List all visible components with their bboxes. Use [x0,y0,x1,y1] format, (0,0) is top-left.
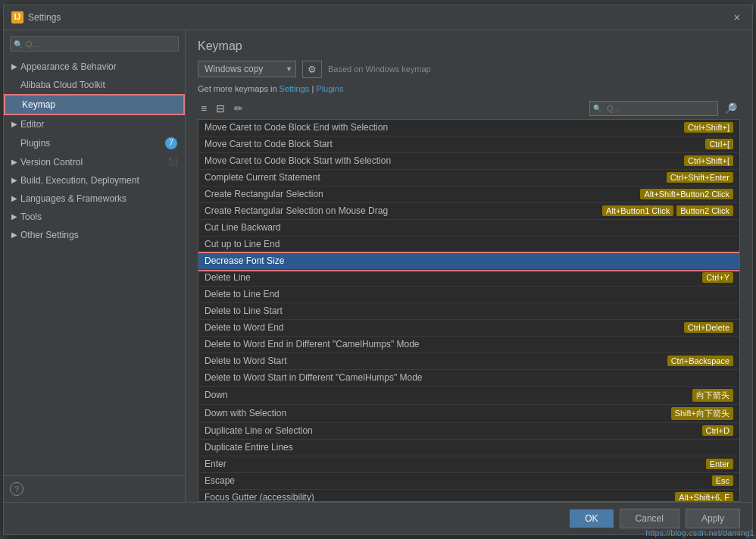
get-more-text: Get more keymaps in [198,84,280,93]
sidebar-item-label: Version Control [20,157,83,168]
shortcut-badge: Alt+Shift+Button2 Click [640,189,733,199]
sidebar-item-alibaba[interactable]: ▶ Alibaba Cloud Toolkit [4,76,185,94]
get-more-keymaps: Get more keymaps in Settings | Plugins [198,84,740,93]
table-row[interactable]: Delete to Word End Ctrl+Delete [198,320,739,337]
edit-button[interactable]: ✏ [231,101,246,116]
shortcut-badge: Enter [706,459,733,469]
keymap-entry-name: Move Caret to Code Block End with Select… [205,122,681,133]
keymap-entry-name: Delete to Word End in Different "CamelHu… [205,339,733,349]
based-on-label: Based on Windows keymap [328,64,431,74]
plugins-link[interactable]: Plugins [316,84,343,93]
table-row[interactable]: Enter Enter [198,456,739,473]
shortcut-badge: Ctrl+Shift+Enter [667,172,733,183]
sidebar-item-label: Appearance & Behavior [20,61,117,72]
sidebar-item-label: Other Settings [20,230,79,240]
keymap-entry-name: Cut Line Backward [205,222,733,233]
keymap-entry-name: Decrease Font Size [205,255,733,266]
keymap-list[interactable]: Move Caret to Code Block End with Select… [198,119,740,502]
table-row[interactable]: Escape Esc [198,473,739,490]
keymap-entry-name: Complete Current Statement [205,172,664,183]
shortcut-badge: Alt+Button1 Click [602,205,673,216]
keymap-entry-name: Escape [205,475,709,486]
apply-button[interactable]: Apply [686,509,740,528]
arrow-icon: ▶ [11,212,17,221]
shortcut-badge: Alt+Shift+6, F [675,492,733,502]
sidebar-item-label: Tools [20,212,42,222]
table-row[interactable]: Create Rectangular Selection on Mouse Dr… [198,203,739,220]
table-row-highlighted[interactable]: Decrease Font Size [198,253,739,270]
sidebar-item-label: Build, Execution, Deployment [20,175,139,186]
sidebar-item-label: Alibaba Cloud Toolkit [20,80,105,90]
table-row[interactable]: Down with Selection Shift+向下箭头 [198,405,739,423]
sidebar-item-editor[interactable]: ▶ Editor [4,115,185,133]
collapse-all-button[interactable]: ⊟ [213,101,228,116]
search-area: 🔍 🔎 [589,101,740,116]
shortcut-badge: Ctrl+Shift+[ [684,155,733,166]
help-button[interactable]: ? [10,482,23,496]
keymap-entry-name: Create Rectangular Selection on Mouse Dr… [205,205,599,216]
arrow-icon: ▶ [11,120,17,128]
table-row[interactable]: Down 向下箭头 [198,387,739,405]
sidebar-items-list: ▶ Appearance & Behavior ▶ Alibaba Cloud … [4,58,185,475]
table-row[interactable]: Focus Gutter (accessibility) Alt+Shift+6… [198,490,739,502]
table-row[interactable]: Delete to Word Start Ctrl+Backspace [198,353,739,370]
sidebar-item-plugins[interactable]: ▶ Plugins 7 [4,133,185,153]
sidebar-item-label: Keymap [22,99,55,110]
sidebar-bottom: ? [4,475,185,502]
keymap-entry-name: Move Caret to Code Block Start with Sele… [205,155,681,166]
sidebar-item-keymap[interactable]: ▶ Keymap [4,94,185,115]
keymap-gear-button[interactable]: ⚙ [302,61,322,78]
keymap-entry-name: Delete to Word Start [205,356,664,366]
table-row[interactable]: Delete to Line Start [198,303,739,320]
keymap-entry-name: Down with Selection [205,408,668,418]
sidebar-item-appearance[interactable]: ▶ Appearance & Behavior [4,58,185,76]
sidebar-item-build[interactable]: ▶ Build, Execution, Deployment [4,171,185,190]
sidebar-item-version-control[interactable]: ▶ Version Control ⬛ [4,153,185,171]
keymap-entry-name: Create Rectangular Selection [205,189,637,199]
table-row[interactable]: Duplicate Line or Selection Ctrl+D [198,423,739,440]
search-wrapper: 🔍 [589,101,718,116]
settings-link[interactable]: Settings [280,84,310,93]
sidebar-item-label: Plugins [20,138,50,149]
app-icon: IJ [11,11,23,24]
close-button[interactable]: × [729,10,745,25]
table-row[interactable]: Delete to Line End [198,287,739,303]
table-row[interactable]: Cut up to Line End [198,237,739,253]
keymap-dropdown[interactable]: Windows copy Default Mac OS X Eclipse [198,61,296,77]
sidebar-search-input[interactable] [10,36,179,52]
table-row[interactable]: Move Caret to Code Block Start Ctrl+[ [198,136,739,153]
shortcut-badge: Shift+向下箭头 [671,407,733,420]
keymap-entry-name: Delete to Line Start [205,306,733,316]
panel-title: Keymap [198,39,740,53]
table-row[interactable]: Delete to Word End in Different "CamelHu… [198,337,739,353]
keymap-dropdown-wrapper: Windows copy Default Mac OS X Eclipse ▼ [198,61,296,77]
sidebar-search-area: 🔍 [4,30,185,58]
shortcut-badge: Ctrl+D [702,425,733,436]
shortcut-badge: Ctrl+Y [702,272,733,283]
shortcut-badge: Ctrl+[ [705,139,733,149]
magnify-button[interactable]: 🔎 [721,101,740,116]
table-row[interactable]: Create Rectangular Selection Alt+Shift+B… [198,186,739,203]
table-row[interactable]: Delete Line Ctrl+Y [198,270,739,287]
shortcut-badge: Esc [712,475,733,486]
table-row[interactable]: Cut Line Backward [198,220,739,237]
table-row[interactable]: Duplicate Entire Lines [198,440,739,456]
ok-button[interactable]: OK [570,509,613,528]
toolbar-left: ≡ ⊟ ✏ [198,101,246,116]
sidebar-item-languages[interactable]: ▶ Languages & Frameworks [4,190,185,208]
dialog-footer: OK Cancel Apply [4,502,752,534]
keymap-entry-name: Delete to Word End [205,322,681,333]
plugins-badge: 7 [165,137,177,149]
keymap-search-input[interactable] [589,101,718,116]
sidebar-item-label: Languages & Frameworks [20,193,127,204]
table-row[interactable]: Move Caret to Code Block End with Select… [198,120,739,136]
table-row[interactable]: Move Caret to Code Block Start with Sele… [198,153,739,170]
arrow-icon: ▶ [11,176,17,184]
sidebar-item-other[interactable]: ▶ Other Settings [4,226,185,244]
expand-all-button[interactable]: ≡ [198,101,210,116]
table-row[interactable]: Complete Current Statement Ctrl+Shift+En… [198,170,739,186]
vcs-icon: ⬛ [168,158,177,166]
cancel-button[interactable]: Cancel [620,509,679,528]
sidebar-item-tools[interactable]: ▶ Tools [4,208,185,226]
table-row[interactable]: Delete to Word Start in Different "Camel… [198,370,739,387]
